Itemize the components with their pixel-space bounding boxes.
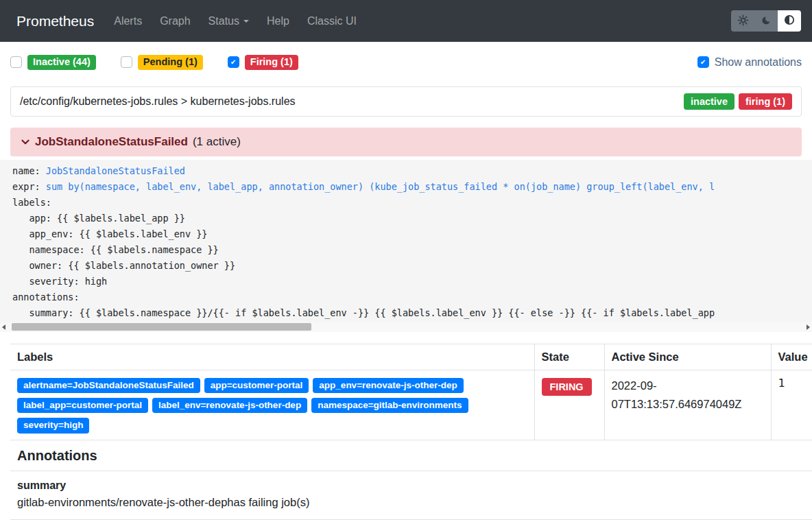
alert-collapse-header[interactable]: JobStandaloneStatusFailed (1 active) <box>10 128 802 156</box>
rule-code-line: namespace: {{ $labels.namespace }} <box>12 242 812 258</box>
nav-item-status[interactable]: Status <box>200 15 258 27</box>
rule-code-line: severity: high <box>12 274 812 289</box>
filter-pending-checkbox[interactable] <box>121 56 132 68</box>
code-key: labels: <box>12 197 51 208</box>
code-key: summary: {{ $labels.namespace }}/{{- if … <box>12 307 715 318</box>
filters-row: Inactive (44)Pending (1)✔Firing (1) ✔ Sh… <box>10 55 802 70</box>
chevron-down-icon[interactable] <box>19 136 32 148</box>
alert-instances-table: LabelsStateActive SinceValue alertname=J… <box>10 344 812 440</box>
filter-pending[interactable]: Pending (1) <box>121 55 203 70</box>
dark-theme-button[interactable] <box>754 10 778 32</box>
rule-group-badges: inactivefiring (1) <box>684 93 792 110</box>
filter-inactive[interactable]: Inactive (44) <box>10 55 96 70</box>
code-key: severity: high <box>12 276 107 287</box>
show-annotations-label: Show annotations <box>715 56 802 69</box>
nav-item-help[interactable]: Help <box>258 15 298 27</box>
label-badge-app-env: app_env=renovate-js-other-dep <box>313 378 463 393</box>
auto-theme-button[interactable] <box>778 10 801 32</box>
nav-item-label: Alerts <box>114 15 142 27</box>
horizontal-scrollbar[interactable] <box>0 322 812 332</box>
column-header-active-since: Active Since <box>604 344 771 370</box>
top-navbar: Prometheus AlertsGraphStatusHelpClassic … <box>0 0 812 42</box>
alerts-page: Prometheus AlertsGraphStatusHelpClassic … <box>0 0 812 522</box>
rule-definition-block[interactable]: name: JobStandaloneStatusFailedexpr: sum… <box>0 160 812 332</box>
rule-code-line: owner: {{ $labels.annotation_owner }} <box>12 258 812 274</box>
scrollbar-thumb[interactable] <box>12 323 311 331</box>
show-annotations-toggle[interactable]: ✔ Show annotations <box>697 56 802 69</box>
annotation-key: summary <box>17 477 805 494</box>
code-key: name: <box>12 165 46 176</box>
rule-code-line: summary: {{ $labels.namespace }}/{{- if … <box>12 305 812 321</box>
alert-table-header-row: LabelsStateActive SinceValue <box>10 344 812 370</box>
moon-icon <box>761 14 772 28</box>
scroll-left-arrow-icon[interactable] <box>2 324 5 330</box>
nav-links: AlertsGraphStatusHelpClassic UI <box>105 15 366 27</box>
active-since-value: 2022-09-07T13:13:57.646974049Z <box>612 377 764 414</box>
code-value: sum by(namespace, label_env, label_app, … <box>46 181 715 192</box>
labels-cell-content: alertname=JobStandaloneStatusFailedapp=c… <box>17 377 527 434</box>
filter-inactive-badge[interactable]: Inactive (44) <box>27 55 96 70</box>
sun-icon <box>737 14 749 28</box>
nav-item-label: Classic UI <box>307 15 357 27</box>
scroll-right-arrow-icon[interactable] <box>807 324 810 330</box>
show-annotations-checkbox[interactable]: ✔ <box>697 56 709 68</box>
nav-item-label: Status <box>208 15 239 27</box>
circle-half-icon <box>783 14 796 28</box>
nav-item-label: Graph <box>160 15 190 27</box>
filter-firing-checkbox[interactable]: ✔ <box>228 56 239 68</box>
rule-group-badge-inactive: inactive <box>684 93 735 110</box>
rule-group-path: /etc/config/kubernetes-jobs.rules > kube… <box>20 95 296 108</box>
chevron-down-icon <box>243 20 249 23</box>
theme-toggle-group <box>731 10 801 32</box>
rule-definition-code: name: JobStandaloneStatusFailedexpr: sum… <box>12 163 812 321</box>
filter-firing[interactable]: ✔Firing (1) <box>228 55 298 70</box>
alert-active-count: (1 active) <box>193 135 241 149</box>
alert-name: JobStandaloneStatusFailed <box>35 135 188 149</box>
code-key: app_env: {{ $labels.label_env }} <box>12 228 207 239</box>
state-cell: FIRING <box>534 370 604 439</box>
code-value: JobStandaloneStatusFailed <box>46 165 185 176</box>
annotation-value: gitlab-environments/renovate-js-other-de… <box>17 494 805 511</box>
scrollbar-track[interactable] <box>8 323 804 331</box>
label-badge-app: app=customer-portal <box>204 378 309 393</box>
code-key: expr: <box>12 181 46 192</box>
label-badge-severity: severity=high <box>17 418 89 433</box>
rule-group-badge-firing-1: firing (1) <box>739 93 792 110</box>
column-header-value: Value <box>771 344 812 370</box>
code-key: namespace: {{ $labels.namespace }} <box>12 244 219 255</box>
filter-firing-badge[interactable]: Firing (1) <box>245 55 298 70</box>
label-badge-label-app: label_app=customer-portal <box>17 398 148 413</box>
annotations-list: summarygitlab-environments/renovate-js-o… <box>10 471 812 520</box>
code-key: owner: {{ $labels.annotation_owner }} <box>12 260 235 271</box>
label-badge-alertname: alertname=JobStandaloneStatusFailed <box>17 378 200 393</box>
nav-item-alerts[interactable]: Alerts <box>105 15 151 27</box>
annotations-heading: Annotations <box>10 440 812 471</box>
rule-code-line: app_env: {{ $labels.label_env }} <box>12 226 812 242</box>
alert-details: LabelsStateActive SinceValue alertname=J… <box>10 344 812 520</box>
column-header-labels: Labels <box>10 344 534 370</box>
rule-group-card: /etc/config/kubernetes-jobs.rules > kube… <box>10 86 802 117</box>
value-cell: 1 <box>771 370 812 439</box>
brand-link[interactable]: Prometheus <box>16 13 94 29</box>
filter-pending-badge[interactable]: Pending (1) <box>138 55 203 70</box>
label-badge-namespace: namespace=gitlab-environments <box>311 398 468 413</box>
active-since-cell: 2022-09-07T13:13:57.646974049Z <box>604 370 771 439</box>
nav-item-classic-ui[interactable]: Classic UI <box>298 15 366 27</box>
rule-code-line: app: {{ $labels.label_app }} <box>12 211 812 226</box>
table-row: alertname=JobStandaloneStatusFailedapp=c… <box>10 370 812 439</box>
column-header-state: State <box>534 344 604 370</box>
code-key: app: {{ $labels.label_app }} <box>12 213 185 224</box>
label-badge-label-env: label_env=renovate-js-other-dep <box>152 398 307 413</box>
code-key: annotations: <box>12 292 80 302</box>
annotation-item: summarygitlab-environments/renovate-js-o… <box>10 471 812 520</box>
filter-inactive-checkbox[interactable] <box>10 56 22 68</box>
rule-code-line: annotations: <box>12 289 812 305</box>
nav-item-label: Help <box>267 15 289 27</box>
labels-cell: alertname=JobStandaloneStatusFailedapp=c… <box>10 370 534 439</box>
rule-code-line: labels: <box>12 195 812 211</box>
nav-item-graph[interactable]: Graph <box>151 15 199 27</box>
state-badge: FIRING <box>542 378 592 396</box>
light-theme-button[interactable] <box>731 10 754 32</box>
rule-code-line: expr: sum by(namespace, label_env, label… <box>12 179 812 195</box>
rule-code-line: name: JobStandaloneStatusFailed <box>12 163 812 179</box>
